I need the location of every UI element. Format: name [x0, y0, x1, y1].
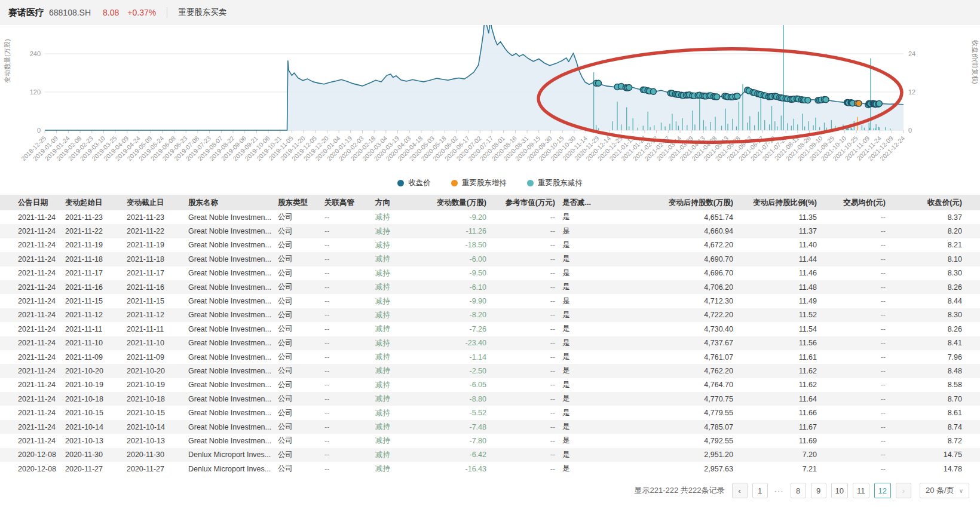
table-row[interactable]: 2021-11-242021-10-132021-10-13Great Nobl… — [0, 434, 980, 447]
trade-marker[interactable] — [596, 80, 602, 86]
table-row[interactable]: 2021-11-242021-11-112021-11-11Great Nobl… — [0, 322, 980, 336]
cell: 2021-11-24 — [0, 224, 62, 238]
legend-label: 重要股东增持 — [462, 178, 507, 188]
shareholder-trading-chart: 012024001224变动数量(万股)收盘价(前复权)2018-12-2520… — [0, 25, 980, 176]
cell: 8.58 — [889, 378, 980, 392]
legend-label: 收盘价 — [408, 178, 431, 188]
cell: 是 — [559, 252, 607, 266]
table-row[interactable]: 2021-11-242021-10-202021-10-20Great Nobl… — [0, 364, 980, 378]
trade-marker[interactable] — [823, 97, 829, 103]
cell: -- — [490, 308, 559, 322]
legend-dot — [397, 180, 404, 186]
table-row[interactable]: 2021-11-242021-11-092021-11-09Great Nobl… — [0, 350, 980, 364]
page-button-9[interactable]: 9 — [811, 483, 826, 498]
trade-marker[interactable] — [734, 93, 740, 99]
table-row[interactable]: 2021-11-242021-11-192021-11-19Great Nobl… — [0, 238, 980, 252]
trade-marker[interactable] — [856, 100, 862, 106]
page-button-11[interactable]: 11 — [853, 483, 869, 498]
table-row[interactable]: 2021-11-242021-11-222021-11-22Great Nobl… — [0, 224, 980, 238]
cell: 2021-11-24 — [0, 294, 62, 308]
trade-marker[interactable] — [650, 88, 656, 94]
page-button-12[interactable]: 12 — [874, 483, 891, 498]
page-size-select[interactable]: 20 条/页∨ — [920, 483, 969, 498]
cell: -- — [490, 364, 559, 378]
table-row[interactable]: 2021-11-242021-11-162021-11-16Great Nobl… — [0, 280, 980, 294]
cell: 是 — [559, 350, 607, 364]
cell: 4,792.55 — [607, 434, 737, 447]
trade-marker[interactable] — [805, 97, 811, 103]
table-row[interactable]: 2020-12-082020-11-302020-11-30Denlux Mic… — [0, 448, 980, 462]
table-row[interactable]: 2021-11-242021-11-102021-11-10Great Nobl… — [0, 336, 980, 350]
cell: -9.20 — [422, 210, 490, 224]
tab-important-shareholder-trading[interactable]: 重要股东买卖 — [178, 7, 226, 18]
cell: -- — [820, 294, 889, 308]
cell: 4,696.70 — [607, 266, 737, 280]
cell: -2.50 — [422, 364, 490, 378]
column-header: 股东类型 — [274, 195, 321, 210]
cell: 公司 — [274, 266, 321, 280]
cell: 11.40 — [737, 238, 820, 252]
cell: 2021-10-20 — [123, 364, 185, 378]
cell: -- — [321, 462, 372, 476]
cell: Great Noble Investmen... — [185, 238, 274, 252]
cell: Great Noble Investmen... — [185, 420, 274, 434]
cell: 2020-11-27 — [123, 462, 185, 476]
table-row[interactable]: 2021-11-242021-11-172021-11-17Great Nobl… — [0, 266, 980, 280]
table-row[interactable]: 2021-11-242021-10-182021-10-18Great Nobl… — [0, 392, 980, 406]
cell: 4,660.94 — [607, 224, 737, 238]
right-axis-title: 收盘价(前复权) — [972, 40, 979, 84]
cell: 公司 — [274, 448, 321, 462]
cell: 2021-11-24 — [0, 266, 62, 280]
prev-page-button[interactable]: ‹ — [732, 483, 748, 498]
cell: -- — [820, 392, 889, 406]
cell: -- — [820, 280, 889, 294]
cell: -- — [321, 224, 372, 238]
cell: 4,690.70 — [607, 252, 737, 266]
cell: 2021-11-24 — [0, 336, 62, 350]
cell: 2021-11-23 — [123, 210, 185, 224]
page-button-10[interactable]: 10 — [831, 483, 848, 498]
left-axis-tick-label: 0 — [37, 127, 41, 134]
legend-item-收盘价[interactable]: 收盘价 — [397, 178, 431, 188]
table-row[interactable]: 2021-11-242021-10-142021-10-14Great Nobl… — [0, 420, 980, 434]
cell: 2021-11-24 — [0, 434, 62, 447]
cell: 4,651.74 — [607, 210, 737, 224]
cell: Great Noble Investmen... — [185, 434, 274, 447]
pagination-bar: 显示221-222 共222条记录 ‹1···89101112›20 条/页∨ — [0, 476, 980, 498]
trade-marker[interactable] — [714, 94, 720, 100]
cell: -6.05 — [422, 378, 490, 392]
trade-marker[interactable] — [876, 100, 882, 106]
cell: 公司 — [274, 406, 321, 419]
cell: 11.35 — [737, 210, 820, 224]
page-button-1[interactable]: 1 — [752, 483, 768, 498]
table-row[interactable]: 2021-11-242021-10-192021-10-19Great Nobl… — [0, 378, 980, 392]
cell: 8.41 — [889, 336, 980, 350]
legend-item-重要股东减持[interactable]: 重要股东减持 — [527, 178, 583, 188]
cell: 减持 — [372, 238, 422, 252]
cell: 8.26 — [889, 322, 980, 336]
cell: -- — [820, 378, 889, 392]
trade-marker[interactable] — [626, 85, 632, 91]
table-row[interactable]: 2020-12-082020-11-272020-11-27Denlux Mic… — [0, 462, 980, 476]
table-row[interactable]: 2021-11-242021-11-182021-11-18Great Nobl… — [0, 252, 980, 266]
cell: -1.14 — [422, 350, 490, 364]
legend-item-重要股东增持[interactable]: 重要股东增持 — [451, 178, 507, 188]
table-row[interactable]: 2021-11-242021-11-232021-11-23Great Nobl… — [0, 210, 980, 224]
cell: 2021-11-22 — [123, 224, 185, 238]
cell: 是 — [559, 280, 607, 294]
page-ellipsis: ··· — [773, 486, 786, 495]
cell: 4,730.40 — [607, 322, 737, 336]
cell: 8.20 — [889, 224, 980, 238]
cell: -8.80 — [422, 392, 490, 406]
cell: -- — [321, 392, 372, 406]
chevron-down-icon: ∨ — [959, 488, 963, 494]
next-page-button[interactable]: › — [896, 483, 911, 498]
cell: -- — [321, 252, 372, 266]
page-button-8[interactable]: 8 — [791, 483, 806, 498]
left-axis-tick-label: 120 — [30, 88, 41, 96]
table-row[interactable]: 2021-11-242021-11-152021-11-15Great Nobl… — [0, 294, 980, 308]
table-row[interactable]: 2021-11-242021-11-122021-11-12Great Nobl… — [0, 308, 980, 322]
cell: 11.62 — [737, 378, 820, 392]
column-header: 公告日期 — [0, 195, 62, 210]
table-row[interactable]: 2021-11-242021-10-152021-10-15Great Nobl… — [0, 406, 980, 419]
